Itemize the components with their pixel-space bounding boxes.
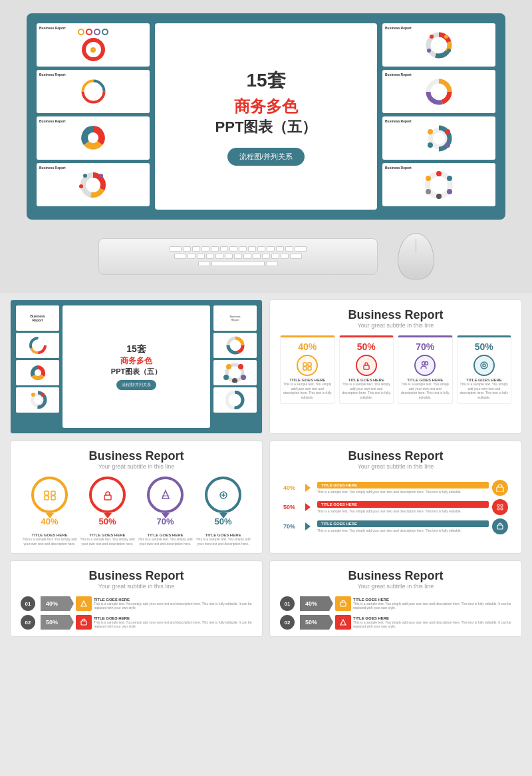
preview-mini-1: BusinessReport bbox=[16, 305, 59, 331]
svg-point-44 bbox=[35, 342, 41, 349]
svg-rect-83 bbox=[497, 504, 499, 506]
svg-point-60 bbox=[223, 375, 229, 380]
thumb-r1[interactable]: Business Report bbox=[382, 23, 495, 67]
svg-point-10 bbox=[99, 174, 103, 178]
svg-point-36 bbox=[447, 176, 452, 181]
center-title-red: 商务多色 bbox=[215, 96, 317, 117]
slide3-subtitle: Your great subtitle in this line bbox=[280, 463, 511, 470]
stat-percent-1: 40% bbox=[298, 341, 317, 352]
thumb-3[interactable]: Business Report bbox=[37, 116, 150, 160]
stat-box-2: 50% TITLE GOES HERE This is a sample tex… bbox=[339, 335, 394, 404]
stat-box-4: 50% TITLE GOES HERE This is a sample tex… bbox=[457, 335, 512, 404]
stat-desc-1: This is a sample text. You simply add yo… bbox=[283, 382, 332, 399]
stat-desc-3: This is a sample text. You simply add yo… bbox=[401, 382, 450, 399]
svg-rect-69 bbox=[308, 367, 311, 370]
numbered-item-2: 02 50% TITLE GOES HERE This is a sample … bbox=[21, 615, 252, 630]
svg-point-40 bbox=[433, 179, 445, 191]
monitor-right-thumbs: Business Report Busin bbox=[382, 23, 495, 210]
circle-stat-2: 50% TITLE GOES HERE This is a sample tex… bbox=[78, 477, 136, 546]
thumb-r4[interactable]: Business Report bbox=[382, 163, 495, 206]
svg-point-50 bbox=[41, 393, 45, 397]
preview-mini-2 bbox=[16, 333, 59, 358]
svg-point-74 bbox=[483, 364, 485, 367]
svg-rect-86 bbox=[501, 508, 503, 510]
monitor-frame: Business Report Busines bbox=[27, 13, 505, 220]
svg-point-72 bbox=[425, 362, 428, 365]
thumb-2[interactable]: Business Report bbox=[37, 70, 150, 113]
flow-row-1: 40% TITLE GOES HERE This is a sample tex… bbox=[283, 480, 508, 496]
stat-desc-4: This is a sample text. You simply add yo… bbox=[460, 382, 509, 399]
svg-rect-68 bbox=[303, 367, 307, 370]
circle-stat-3: 70% TITLE GOES HERE This is a sample tex… bbox=[136, 477, 194, 546]
thumb-r2[interactable]: Business Report bbox=[382, 70, 495, 113]
svg-rect-88 bbox=[81, 621, 86, 625]
thumb-4[interactable]: Business Report bbox=[37, 163, 150, 206]
center-title-number: 15套 bbox=[215, 68, 317, 93]
stat-box-1: 40% TITLE GOES HERE This is a sample tex… bbox=[280, 335, 335, 404]
svg-rect-78 bbox=[51, 496, 55, 500]
slide2-subtitle: Your great subtitle in this line bbox=[21, 463, 252, 470]
svg-point-38 bbox=[436, 194, 442, 199]
svg-rect-89 bbox=[340, 602, 346, 606]
slide5-item-1: 01 40% TITLE GOES HERE This is a sample … bbox=[280, 596, 511, 611]
stat-percent-2: 50% bbox=[357, 341, 376, 352]
preview-mini-r4 bbox=[213, 387, 257, 413]
center-content: 15套 商务多色 PPT图表（五） 流程图/并列关系 bbox=[215, 68, 317, 166]
svg-rect-75 bbox=[45, 491, 49, 495]
slide2-title: Business Report bbox=[21, 449, 252, 463]
slide1-card: Business Report Your great subtitle in t… bbox=[269, 299, 522, 434]
svg-point-29 bbox=[428, 129, 433, 134]
svg-point-28 bbox=[433, 132, 445, 144]
stat-desc-2: This is a sample text. You simply add yo… bbox=[342, 382, 391, 399]
svg-point-35 bbox=[436, 171, 442, 176]
stat-box-3: 70% TITLE GOES HERE This is a sample tex… bbox=[398, 335, 453, 404]
slide4-card: Business Report Your great subtitle in t… bbox=[10, 560, 263, 637]
svg-point-73 bbox=[481, 362, 487, 369]
svg-rect-67 bbox=[308, 363, 311, 366]
svg-point-9 bbox=[83, 174, 87, 178]
svg-point-39 bbox=[426, 189, 431, 194]
thumb-r3[interactable]: Business Report bbox=[382, 116, 495, 160]
monitor-center: 15套 商务多色 PPT图表（五） 流程图/并列关系 bbox=[155, 23, 377, 210]
svg-point-62 bbox=[231, 369, 239, 377]
slide4-title: Business Report bbox=[21, 569, 252, 583]
svg-point-19 bbox=[447, 49, 451, 53]
preview-mini-r1: BusinessReport bbox=[213, 305, 257, 331]
svg-rect-87 bbox=[497, 525, 503, 529]
svg-point-4 bbox=[88, 132, 98, 143]
circle-stat-1: 40% TITLE GOES HERE This is a sample tex… bbox=[21, 477, 78, 546]
svg-point-65 bbox=[231, 396, 239, 404]
slide3-card: Business Report Your great subtitle in t… bbox=[269, 441, 522, 554]
preview-mini-3 bbox=[16, 360, 59, 385]
stat-percent-3: 70% bbox=[416, 341, 434, 352]
circle-stat-4: 50% TITLE GOES HERE This is a sample tex… bbox=[194, 477, 252, 546]
stat-percent-4: 50% bbox=[475, 341, 493, 352]
slide5-list: 01 40% TITLE GOES HERE This is a sample … bbox=[280, 596, 511, 630]
slide5-subtitle: Your great subtitle in this line bbox=[280, 583, 511, 590]
svg-point-3 bbox=[88, 87, 98, 97]
flow-container: 40% TITLE GOES HERE This is a sample tex… bbox=[280, 477, 511, 538]
preview-card: BusinessReport bbox=[10, 299, 263, 434]
slide2-card: Business Report Your great subtitle in t… bbox=[10, 441, 263, 554]
svg-rect-76 bbox=[51, 491, 55, 495]
flow-row-3: 70% TITLE GOES HERE This is a sample tex… bbox=[283, 518, 508, 534]
svg-point-34 bbox=[426, 176, 431, 181]
svg-point-49 bbox=[31, 393, 35, 397]
svg-point-11 bbox=[79, 184, 83, 188]
preview-mini-4 bbox=[16, 387, 59, 413]
slide5-card: Business Report Your great subtitle in t… bbox=[269, 560, 522, 637]
svg-point-59 bbox=[241, 375, 246, 380]
keyboard-area bbox=[98, 226, 434, 286]
slide5-item-2: 02 50% TITLE GOES HERE This is a sample … bbox=[280, 615, 511, 630]
center-title-main: PPT图表（五） bbox=[215, 117, 317, 137]
slide3-title: Business Report bbox=[280, 449, 511, 463]
svg-point-18 bbox=[444, 35, 448, 39]
svg-point-45 bbox=[35, 369, 41, 376]
thumb-1[interactable]: Business Report bbox=[37, 23, 150, 67]
mouse bbox=[398, 233, 434, 280]
svg-point-58 bbox=[238, 364, 243, 369]
monitor-left-thumbs: Business Report Busines bbox=[37, 23, 150, 210]
svg-point-57 bbox=[226, 364, 231, 369]
svg-point-48 bbox=[34, 396, 42, 404]
svg-point-8 bbox=[88, 180, 98, 190]
